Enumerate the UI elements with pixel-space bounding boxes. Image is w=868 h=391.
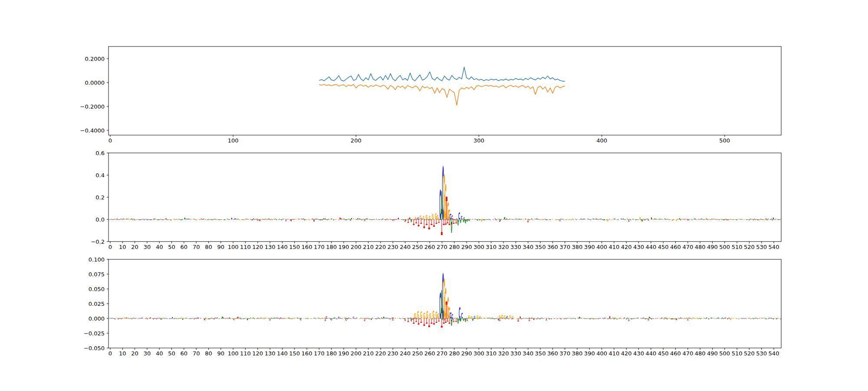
x-tick-label: 480 (695, 350, 706, 357)
base-letter-T: T (325, 318, 326, 321)
x-tick-label: 510 (732, 244, 743, 250)
base-letter-T: T (421, 317, 422, 323)
x-tick-label: 140 (277, 244, 288, 250)
x-tick-label: 400 (596, 137, 607, 144)
base-letter-A: A (457, 218, 459, 227)
base-letter-C: C (331, 318, 332, 321)
x-tick-label: 450 (658, 350, 669, 357)
x-tick-label: 530 (756, 350, 767, 357)
base-letter-A: A (411, 219, 412, 223)
x-tick-label: 360 (547, 244, 558, 250)
x-tick-label: 190 (339, 244, 349, 250)
x-tick-label: 200 (351, 350, 362, 357)
x-tick-label: 370 (559, 350, 570, 357)
series-blue (319, 67, 565, 81)
base-letter-T: T (445, 317, 447, 323)
axes-raw-signal: 01002003004005000.20000.0000−0.2000−0.40… (80, 56, 730, 144)
x-tick-label: 10 (119, 244, 126, 250)
base-letter-T: T (449, 218, 450, 226)
x-tick-label: 250 (412, 244, 423, 250)
base-letter-T: T (517, 318, 519, 322)
y-tick-label: 0.100 (89, 256, 105, 263)
base-letter-T: T (415, 218, 417, 224)
x-tick-label: 20 (131, 244, 138, 250)
x-tick-label: 470 (682, 244, 693, 250)
base-letter-G: G (501, 314, 503, 320)
x-tick-label: 500 (719, 350, 730, 357)
base-letter-T: T (648, 219, 649, 221)
base-letter-T: T (408, 317, 409, 323)
x-tick-label: 40 (156, 350, 163, 357)
x-tick-label: 150 (289, 244, 300, 250)
base-letter-T: T (499, 318, 501, 321)
base-letter-A: A (464, 317, 466, 323)
x-tick-label: 0 (108, 350, 112, 357)
x-tick-label: 80 (205, 244, 212, 250)
charts-canvas: 01002003004005000.20000.0000−0.2000−0.40… (0, 0, 868, 391)
x-tick-label: 200 (351, 137, 362, 144)
base-letter-T: T (418, 317, 420, 326)
x-tick-label: 490 (707, 244, 718, 250)
x-tick-label: 400 (596, 244, 607, 250)
x-tick-label: 300 (473, 350, 484, 357)
x-tick-label: 240 (400, 244, 411, 250)
y-tick-label: −0.050 (84, 345, 105, 351)
base-letter-T: T (426, 218, 427, 226)
base-letter-T: T (392, 318, 394, 321)
y-tick-label: 0.6 (95, 150, 105, 156)
axes-attribution-logo-scaled: 0102030405060708090100110120130140150160… (84, 256, 779, 357)
subplot-attribution-logo-scaled: GGGGGGGGGCACGGTGGCCCCGGCGGGGGCGGCCCTTATT… (84, 256, 781, 357)
x-tick-label: 270 (437, 244, 447, 250)
base-letter-C: C (338, 316, 340, 319)
base-letter-T: T (727, 219, 728, 220)
base-letter-T: T (529, 318, 530, 321)
base-letter-T: T (436, 218, 437, 225)
y-tick-label: 0.0000 (85, 80, 105, 86)
x-tick-label: 140 (277, 350, 288, 357)
x-tick-label: 390 (584, 244, 595, 250)
base-letter-T: T (404, 219, 406, 222)
base-letter-T: T (421, 218, 422, 225)
base-letter-C: C (300, 318, 302, 321)
subplot-raw-signal: 01002003004005000.20000.0000−0.2000−0.40… (80, 46, 781, 144)
x-tick-label: 260 (424, 244, 435, 250)
x-tick-label: 90 (217, 244, 225, 250)
x-tick-label: 270 (437, 350, 447, 357)
x-tick-label: 340 (523, 244, 533, 250)
x-tick-label: 190 (339, 350, 349, 357)
base-letter-T: T (453, 218, 455, 225)
x-tick-label: 360 (547, 350, 558, 357)
x-tick-label: 0 (108, 244, 112, 250)
x-tick-label: 280 (449, 244, 460, 250)
base-letter-T: T (257, 219, 259, 221)
base-letter-T: T (408, 218, 409, 224)
x-tick-label: 220 (375, 244, 386, 250)
base-letter-T: T (438, 219, 440, 223)
x-tick-label: 180 (326, 244, 337, 250)
x-tick-label: 470 (682, 350, 693, 357)
x-tick-label: 290 (461, 350, 472, 357)
x-tick-label: 230 (388, 350, 398, 357)
y-tick-label: 0.075 (89, 271, 105, 278)
x-tick-label: 50 (168, 244, 175, 250)
x-tick-label: 380 (572, 350, 583, 357)
x-tick-label: 200 (351, 244, 362, 250)
x-tick-label: 520 (744, 244, 755, 250)
x-tick-label: 220 (375, 350, 386, 357)
x-tick-label: 30 (144, 244, 151, 250)
x-tick-label: 240 (400, 350, 411, 357)
x-tick-label: 350 (535, 350, 546, 357)
base-letter-T: T (438, 318, 440, 322)
base-letter-G: G (479, 315, 481, 319)
x-tick-label: 50 (168, 350, 175, 357)
y-tick-label: −0.2000 (80, 103, 105, 110)
x-tick-label: 340 (523, 350, 533, 357)
base-letter-T: T (467, 318, 468, 321)
x-tick-label: 20 (131, 350, 138, 357)
x-tick-label: 10 (119, 350, 126, 357)
x-tick-label: 160 (302, 244, 312, 250)
base-letter-G: G (504, 315, 506, 319)
axes-attribution-logo: 0102030405060708090100110120130140150160… (91, 150, 779, 251)
base-letter-T: T (424, 316, 425, 328)
x-tick-label: 500 (719, 244, 730, 250)
